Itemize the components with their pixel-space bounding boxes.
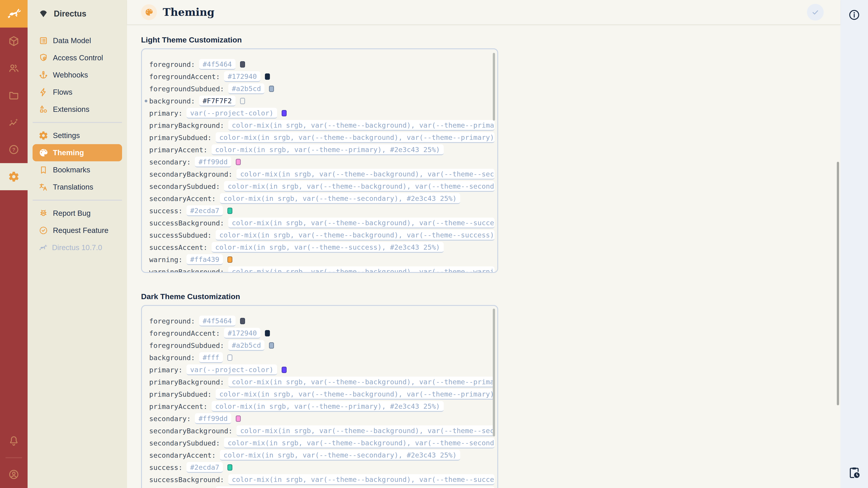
theme-value-input[interactable]: #4f5464 [199, 316, 236, 326]
theme-value-input[interactable]: color-mix(in srgb, var(--theme--backgrou… [224, 181, 495, 192]
module-files[interactable] [0, 82, 28, 109]
color-swatch [269, 86, 274, 92]
modified-indicator-dot [145, 100, 147, 102]
sidebar-item-webhooks[interactable]: Webhooks [33, 66, 122, 84]
theme-row-secondary: secondary:#ff99dd [149, 156, 495, 168]
module-content[interactable] [0, 28, 28, 55]
theme-value-input[interactable]: color-mix(in srgb, var(--theme--backgrou… [224, 437, 495, 449]
sidebar-item-label: Extensions [53, 105, 89, 113]
theme-value-input[interactable]: color-mix(in srgb, var(--theme--backgrou… [237, 425, 495, 436]
sidebar-item-access-control[interactable]: Access Control [33, 49, 122, 66]
dark-theme-heading: Dark Theme Customization [141, 292, 840, 301]
color-swatch [227, 355, 232, 361]
light-theme-rows: foreground:#4f5464foregroundAccent:#1729… [142, 49, 497, 273]
sidebar-divider [33, 122, 122, 123]
theme-value-input[interactable]: #fff [199, 352, 223, 363]
sidebar-item-extensions[interactable]: Extensions [33, 101, 122, 118]
theme-value-input[interactable]: color-mix(in srgb, var(--theme--success)… [212, 242, 444, 253]
account-icon [8, 468, 20, 480]
sidebar-item-label: Settings [53, 131, 80, 140]
folder-icon [8, 90, 20, 101]
theme-row-success: success:#2ecda7 [149, 461, 495, 474]
svg-text:?: ? [12, 147, 16, 153]
info-button[interactable] [845, 6, 863, 24]
theme-row-successBackground: successBackground:color-mix(in srgb, var… [149, 217, 495, 229]
theme-value-input[interactable]: #2ecda7 [186, 462, 223, 473]
theme-key: foregroundAccent: [149, 329, 220, 337]
theme-value-input[interactable]: #a2b5cd [228, 84, 265, 94]
sidebar-item-translations[interactable]: Translations [33, 178, 122, 196]
module-settings[interactable] [0, 163, 28, 190]
theme-value-input[interactable]: #F7F7F2 [199, 96, 236, 106]
sidebar-item-data-model[interactable]: Data Model [33, 32, 122, 49]
theme-value-input[interactable]: #172940 [224, 328, 260, 339]
theme-value-input[interactable]: color-mix(in srgb, var(--theme--backgrou… [216, 486, 495, 488]
color-swatch [240, 98, 245, 104]
theme-value-input[interactable]: color-mix(in srgb, var(--theme--backgrou… [228, 266, 495, 273]
module-docs[interactable]: ? [0, 136, 28, 163]
theme-value-input[interactable]: var(--project-color) [186, 364, 277, 375]
theme-value-input[interactable]: color-mix(in srgb, var(--theme--primary)… [212, 401, 444, 412]
theme-key: secondaryBackground: [149, 170, 232, 178]
theme-value-input[interactable]: #172940 [224, 71, 260, 82]
theme-value-input[interactable]: #ffa439 [186, 254, 223, 265]
module-insights[interactable] [0, 109, 28, 136]
theme-value-input[interactable]: #a2b5cd [228, 340, 265, 351]
theme-value-input[interactable]: color-mix(in srgb, var(--theme--backgrou… [216, 389, 495, 400]
page-scrollbar-thumb[interactable] [837, 162, 839, 405]
theme-key: warning: [149, 256, 182, 264]
clipboard-clock-icon[interactable] [845, 464, 863, 482]
theme-value-input[interactable]: color-mix(in srgb, var(--theme--backgrou… [216, 132, 495, 143]
module-notifications[interactable] [0, 427, 28, 455]
theme-value-input[interactable]: color-mix(in srgb, var(--theme--secondar… [220, 450, 460, 461]
theme-key: secondaryAccent: [149, 451, 216, 459]
theme-value-input[interactable]: #4f5464 [199, 59, 236, 70]
gear-icon [8, 171, 20, 183]
theme-key: success: [149, 207, 182, 215]
theme-value-input[interactable]: color-mix(in srgb, var(--theme--primary)… [212, 144, 444, 155]
theme-row-secondary: secondary:#ff99dd [149, 413, 495, 425]
sidebar-item-request-feature[interactable]: Request Feature [33, 222, 122, 239]
theme-row-warningBackground: warningBackground:color-mix(in srgb, var… [149, 266, 495, 273]
theme-value-input[interactable]: color-mix(in srgb, var(--theme--backgrou… [228, 218, 495, 228]
version-label: Directus 10.7.0 [52, 243, 102, 252]
theme-key: foreground: [149, 61, 195, 68]
module-account[interactable] [0, 461, 28, 488]
project-switcher[interactable]: Directus [28, 0, 127, 28]
sidebar-item-flows[interactable]: Flows [33, 84, 122, 101]
sidebar-item-bookmarks[interactable]: Bookmarks [33, 161, 122, 178]
module-users[interactable] [0, 55, 28, 82]
theme-value-input[interactable]: color-mix(in srgb, var(--theme--backgrou… [237, 169, 495, 180]
theme-row-foregroundSubdued: foregroundSubdued:#a2b5cd [149, 339, 495, 352]
theme-key: primaryAccent: [149, 402, 208, 411]
sidebar-item-label: Theming [53, 149, 84, 157]
shield-user-icon [38, 53, 49, 63]
theme-value-input[interactable]: var(--project-color) [186, 108, 277, 119]
theme-value-input[interactable]: color-mix(in srgb, var(--theme--secondar… [220, 193, 460, 204]
scrollbar-thumb[interactable] [493, 53, 495, 121]
theme-row-foreground: foreground:#4f5464 [149, 58, 495, 70]
directus-logo-button[interactable] [0, 0, 28, 28]
sidebar-item-settings[interactable]: Settings [33, 127, 122, 144]
scrollbar-thumb[interactable] [493, 308, 495, 436]
light-theme-editor: foreground:#4f5464foregroundAccent:#1729… [141, 48, 498, 273]
sidebar-item-theming[interactable]: Theming [33, 144, 122, 161]
theme-row-foregroundSubdued: foregroundSubdued:#a2b5cd [149, 83, 495, 95]
translate-icon [38, 182, 49, 192]
settings-content: Light Theme Customization foreground:#4f… [127, 24, 840, 488]
theme-value-input[interactable]: color-mix(in srgb, var(--theme--backgrou… [228, 377, 495, 387]
theme-value-input[interactable]: #2ecda7 [186, 205, 223, 216]
theme-value-input[interactable]: color-mix(in srgb, var(--theme--backgrou… [216, 230, 495, 240]
theme-value-input[interactable]: color-mix(in srgb, var(--theme--backgrou… [228, 474, 495, 485]
sidebar-item-report-bug[interactable]: Report Bug [33, 205, 122, 222]
theme-value-input[interactable]: color-mix(in srgb, var(--theme--backgrou… [228, 120, 495, 131]
theme-key: primarySubdued: [149, 390, 212, 398]
theme-value-input[interactable]: #ff99dd [195, 413, 231, 424]
bolt-icon [38, 87, 49, 97]
module-bar-bottom [0, 427, 28, 488]
color-swatch [227, 256, 232, 263]
sidebar-item-label: Flows [53, 88, 72, 96]
theme-value-input[interactable]: #ff99dd [195, 157, 231, 167]
save-button[interactable] [807, 4, 824, 21]
theme-key: primary: [149, 109, 182, 117]
